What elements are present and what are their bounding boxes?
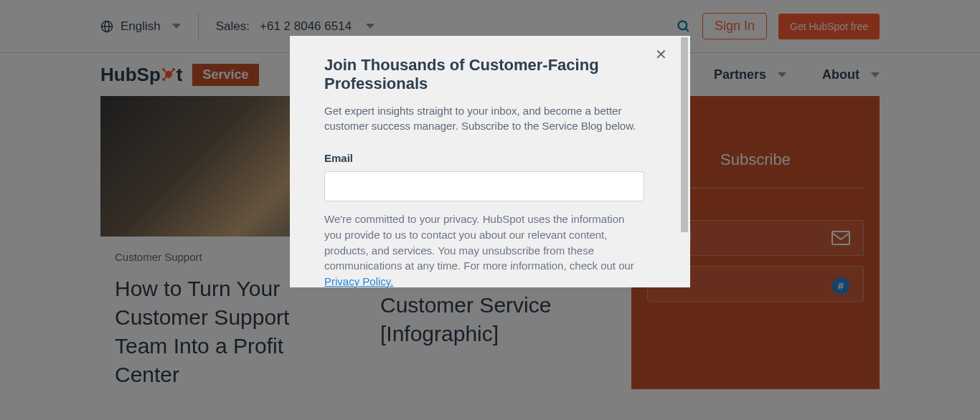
privacy-body: We're committed to your privacy. HubSpot… [324, 213, 634, 272]
modal-overlay[interactable]: ✕ Join Thousands of Customer-Facing Prof… [0, 0, 980, 420]
email-input[interactable] [324, 171, 644, 201]
privacy-text: We're committed to your privacy. HubSpot… [324, 211, 644, 287]
modal-body: ✕ Join Thousands of Customer-Facing Prof… [290, 36, 679, 287]
scrollbar-thumb[interactable] [681, 37, 688, 232]
modal-title: Join Thousands of Customer-Facing Profes… [324, 56, 644, 93]
subscribe-modal: ✕ Join Thousands of Customer-Facing Prof… [290, 36, 690, 287]
modal-subtitle: Get expert insights straight to your inb… [324, 103, 644, 133]
scrollbar[interactable] [679, 36, 690, 287]
email-label: Email [324, 152, 644, 164]
privacy-policy-link[interactable]: Privacy Policy. [324, 275, 393, 287]
close-icon[interactable]: ✕ [655, 46, 667, 63]
